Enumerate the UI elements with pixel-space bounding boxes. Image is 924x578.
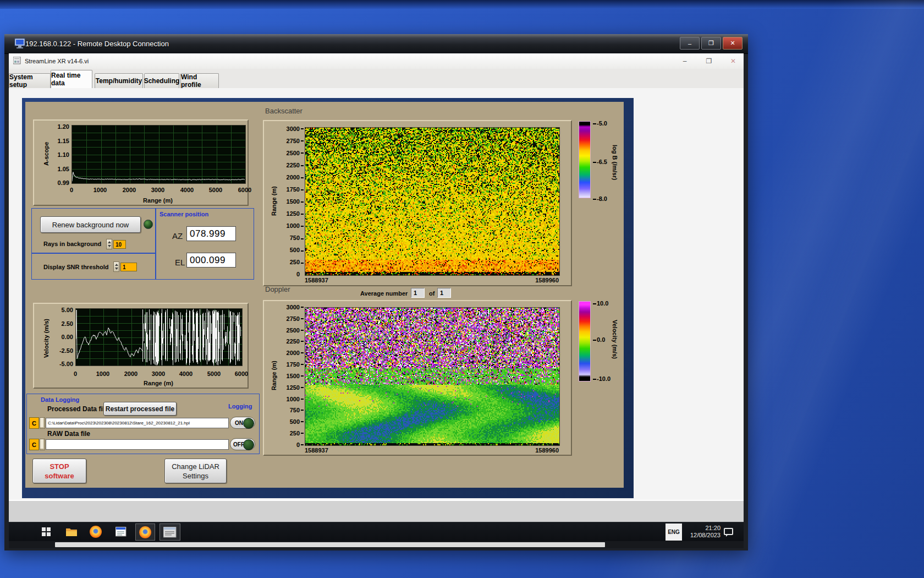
ascope-ytick: 1.20 <box>58 123 69 130</box>
colorbar-tick: -8.0 <box>593 195 607 202</box>
el-label: EL <box>175 258 185 267</box>
of-label: of <box>429 290 435 297</box>
backscatter-ytick: 1000 <box>287 222 300 229</box>
average-number-value[interactable]: 1 <box>411 288 425 298</box>
velocity-ytick: 2.50 <box>62 320 73 327</box>
of-value[interactable]: 1 <box>437 288 451 298</box>
ascope-plot <box>72 125 246 184</box>
raw-drive-selector[interactable]: C <box>29 439 39 450</box>
colorbar-tick: -10.0 <box>593 375 610 382</box>
backscatter-ytick: 500 <box>290 247 300 253</box>
velocity-xtick: 0 <box>64 370 86 377</box>
velocity-ytick: 0.00 <box>62 334 73 340</box>
language-indicator[interactable]: ENG <box>666 524 682 541</box>
taskbar-date: 12/08/2023 <box>684 532 721 539</box>
rdp-horizontal-scrollbar[interactable] <box>9 541 744 548</box>
scan-scheduler-icon[interactable] <box>160 524 180 541</box>
raw-path-field[interactable] <box>46 439 229 450</box>
restart-processed-file-button[interactable]: Restart processed file <box>103 402 177 416</box>
app-minimize-button[interactable]: – <box>678 57 692 65</box>
doppler-ytick: 2000 <box>287 350 300 356</box>
ascope-graph: A-scope 1.20 1.15 1.10 1.05 0.99 0 1000 … <box>33 119 249 206</box>
tab-page-real-time-data: A-scope 1.20 1.15 1.10 1.05 0.99 0 1000 … <box>9 88 744 500</box>
minimize-button[interactable]: – <box>680 37 700 50</box>
tab-system-setup[interactable]: System setup <box>9 73 51 88</box>
change-lidar-settings-button[interactable]: Change LiDAR Settings <box>164 459 227 483</box>
rdp-titlebar[interactable]: 192.168.0.122 - Remote Desktop Connectio… <box>4 34 748 54</box>
rdp-window: 192.168.0.122 - Remote Desktop Connectio… <box>4 34 748 550</box>
notification-icon[interactable] <box>723 527 735 538</box>
doppler-graph: Range (m) 3000 2750 2500 2250 2000 1750 … <box>263 300 572 456</box>
backscatter-ytick: 0 <box>296 271 300 277</box>
close-button[interactable]: ✕ <box>723 37 743 50</box>
app-close-button[interactable]: ✕ <box>726 57 740 65</box>
backscatter-xstart: 1588937 <box>305 277 328 283</box>
az-value: 078.999 <box>186 226 236 241</box>
doppler-ytick: 1500 <box>287 373 300 379</box>
doppler-ytick: 750 <box>290 407 300 413</box>
logging-off-label: OFF <box>233 441 244 448</box>
scrollbar-thumb[interactable] <box>55 542 605 547</box>
snr-value[interactable]: 1 <box>120 263 137 271</box>
tab-wind-profile[interactable]: Wind profile <box>180 73 219 88</box>
backscatter-ytick: 2750 <box>287 138 300 144</box>
processed-path-field[interactable]: C:\Lidar\Data\Proc\2023\202308\20230812\… <box>46 418 229 428</box>
maximize-button[interactable]: ❐ <box>701 37 721 50</box>
front-panel-border: A-scope 1.20 1.15 1.10 1.05 0.99 0 1000 … <box>22 98 634 498</box>
ascope-xtick: 4000 <box>176 187 198 193</box>
backscatter-ytick: 2500 <box>287 150 300 156</box>
renew-background-button[interactable]: Renew background now <box>40 216 141 233</box>
snr-spinner[interactable] <box>113 261 119 272</box>
doppler-heatmap <box>305 307 560 446</box>
file-explorer-icon[interactable] <box>65 525 78 538</box>
doppler-ytick: 3000 <box>287 304 300 310</box>
backscatter-ytick: 750 <box>290 235 300 241</box>
firefox-icon[interactable] <box>89 525 102 538</box>
rays-value[interactable]: 10 <box>113 240 126 249</box>
doppler-ytick: 500 <box>290 418 300 425</box>
app-restore-button[interactable]: ❐ <box>702 57 716 65</box>
scanner-position-group: Scanner position AZ 078.999 EL 000.099 <box>156 208 254 280</box>
tab-temp-humidity[interactable]: Temp/humidity <box>95 73 143 88</box>
tab-scheduling[interactable]: Scheduling <box>144 73 179 88</box>
background-controls-group: Renew background now Rays in background … <box>31 208 156 253</box>
velocity-ytick: -5.00 <box>59 361 73 367</box>
front-panel: A-scope 1.20 1.15 1.10 1.05 0.99 0 1000 … <box>25 102 624 488</box>
processed-drive-selector[interactable]: C <box>29 417 39 429</box>
backscatter-ytickmarks <box>301 128 304 275</box>
toggle-knob <box>243 439 254 450</box>
snr-threshold-group: Display SNR threshold 1 <box>31 253 156 280</box>
start-button[interactable] <box>40 525 53 538</box>
backscatter-colorscale <box>579 121 591 198</box>
processed-browse-button[interactable] <box>40 417 45 429</box>
below-panel-area <box>9 500 744 523</box>
colorbar-tick: -5.0 <box>593 120 607 127</box>
taskbar-clock[interactable]: 21:20 12/08/2023 <box>684 525 721 539</box>
velocity-xtick: 2000 <box>120 370 142 377</box>
ascope-xtick: 6000 <box>234 187 256 193</box>
backscatter-ytick: 250 <box>290 259 300 265</box>
rays-spinner[interactable] <box>106 239 112 249</box>
tab-bar: System setup Real time data Temp/humidit… <box>9 69 744 89</box>
stop-software-button[interactable]: STOP software <box>32 459 86 483</box>
raw-browse-button[interactable] <box>40 439 45 450</box>
velocity-plot <box>75 308 243 366</box>
logging-off-toggle[interactable]: OFF <box>230 438 255 450</box>
velocity-graph: Velocity (m/s) 5.00 2.50 0.00 -2.50 -5.0… <box>33 303 249 389</box>
doppler-ytickmarks <box>301 307 304 445</box>
tab-real-time-data[interactable]: Real time data <box>51 70 92 88</box>
toggle-knob <box>243 418 254 429</box>
rdp-icon <box>14 38 26 51</box>
app-titlebar[interactable]: StreamLine XR v14-6.vi – ❐ ✕ <box>9 53 744 69</box>
firefox-active-icon[interactable] <box>135 524 155 541</box>
logging-on-toggle[interactable]: ON <box>230 417 255 429</box>
app-window-icon[interactable] <box>114 525 128 538</box>
backscatter-ytick: 2000 <box>287 174 300 181</box>
raw-data-file-label: RAW Data file <box>47 430 90 438</box>
doppler-ytick: 1250 <box>287 384 300 391</box>
velocity-xtick: 5000 <box>203 370 225 377</box>
remote-session: StreamLine XR v14-6.vi – ❐ ✕ System setu… <box>9 53 744 541</box>
processed-data-file-label: Processed Data file <box>47 405 108 413</box>
backscatter-title: Backscatter <box>265 107 302 115</box>
backscatter-ytick: 3000 <box>287 126 300 132</box>
